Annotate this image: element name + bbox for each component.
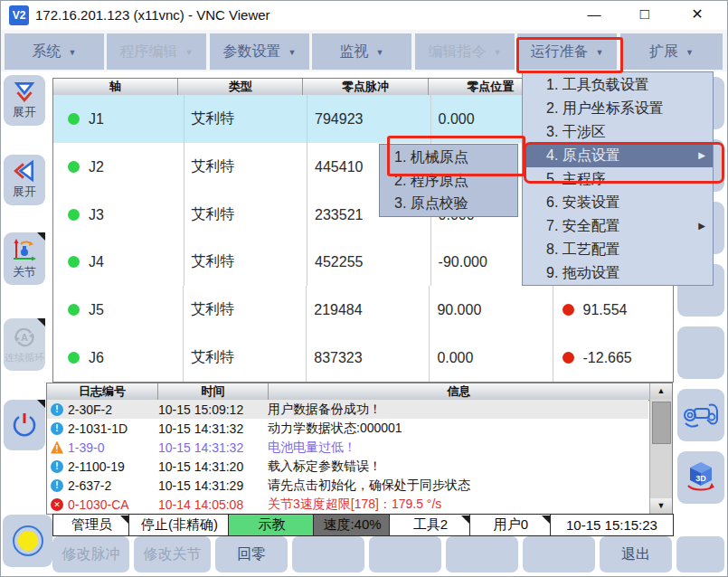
view-3d-button[interactable]: 3D [677,451,724,504]
power-button[interactable] [4,400,45,450]
svg-text:A: A [21,332,28,343]
log-message: 请先点击初始化，确保处于同步状态 [268,478,470,494]
continuous-loop-label: 连续循环 [5,351,44,364]
log-row[interactable]: ! 2-1100-19 10-15 14:31:20 载入标定参数错误！ [47,457,648,476]
scroll-up-button[interactable]: ▲ [650,383,672,399]
info-icon: ! [51,479,63,492]
bottom-blank-button-5 [676,536,724,572]
window-title: 172.16.201.123 (x11vnc) - VNC Viewer [35,1,270,30]
scroll-down-button[interactable]: ▼ [650,498,672,514]
menu-system[interactable]: 系统▼ [5,33,104,70]
exit-button[interactable]: 退出 [600,536,672,572]
log-time: 10-15 14:31:32 [158,440,268,455]
warning-icon: ! [51,441,63,454]
chevron-down-icon: ▼ [185,48,194,57]
log-id: 1-39-0 [68,440,158,455]
menu-item-safety-config[interactable]: 7. 安全配置 ▶ [523,214,713,238]
svg-text:3D: 3D [695,474,706,483]
chevron-down-icon: ▼ [288,48,297,57]
minimize-button[interactable]: — [573,1,615,30]
double-chevron-left-icon [13,160,36,182]
maximize-button[interactable]: □ [624,1,666,30]
exit-label: 退出 [621,545,650,564]
expand-left-button[interactable]: 展开 [4,155,45,205]
modify-joint-button: 修改关节 [134,536,211,572]
cube-3d-icon: 3D [682,459,720,497]
log-header: 日志编号 时间 信息 [47,383,672,401]
status-mode-teach[interactable]: 示教 [228,514,316,536]
menu-label: 程序编辑 [120,43,178,61]
zero-position: -90.000 [439,254,487,270]
log-id: 2-637-2 [68,478,158,493]
menu-parameter-settings[interactable]: 参数设置▼ [210,33,309,70]
user-frame-label: 用户0 [494,516,528,534]
menu-item-drag-settings[interactable]: 9. 拖动设置 [523,261,713,285]
log-id: 2-1100-19 [68,459,158,474]
axis-type: 艾利特 [192,157,235,176]
log-row[interactable]: ! 2-637-2 10-15 14:31:29 请先点击初始化，确保处于同步状… [47,476,648,495]
home-button[interactable]: 回零 [215,536,288,572]
log-message: 载入标定参数错误！ [268,459,382,475]
menu-item-tool-load[interactable]: 1. 工具负载设置 [523,73,713,97]
double-chevron-down-icon [13,80,36,102]
extra-value: -12.665 [583,350,632,366]
info-icon: ! [51,403,63,416]
log-row[interactable]: ! 2-30F-2 10-15 15:09:12 用户数据备份成功！ [47,400,648,419]
bottom-blank-button-3 [446,536,518,572]
status-speed[interactable]: 速度:40% [313,514,392,536]
axis-name: J3 [89,207,104,223]
status-tool[interactable]: 工具2 [389,514,472,536]
tool-label: 工具2 [413,516,448,534]
log-scrollbar[interactable]: ▲ ▼ [649,383,672,514]
servo-status-indicator[interactable] [3,515,52,567]
chevron-down-icon: ▼ [376,48,384,57]
col-log-message: 信息 [269,383,650,400]
axis-warn-dot [563,352,574,364]
status-run-state: 停止(非精确) [128,514,231,536]
col-type: 类型 [178,79,303,95]
menu-extension[interactable]: 扩展▼ [620,33,723,70]
menu-item-process-config[interactable]: 8. 工艺配置 [523,238,713,261]
menu-item-install-settings[interactable]: 6. 安装设置 [523,191,713,214]
bottom-blank-button-2 [369,536,441,572]
status-light-icon [11,524,45,558]
extra-value: 91.554 [583,302,628,318]
log-row[interactable]: ✕ 0-1030-CA 10-14 14:05:08 关节3速度超限[178]：… [47,495,648,514]
axis-type: 艾利特 [192,109,235,128]
expand-down-label: 展开 [13,104,36,120]
log-row[interactable]: ! 1-39-0 10-15 14:31:32 电池电量过低！ [47,438,648,457]
status-user-frame[interactable]: 用户0 [469,514,553,536]
pendant-controller-icon [682,400,720,430]
run-state-label: 停止(非精确) [141,516,218,534]
chevron-down-icon: ▼ [69,48,77,57]
scroll-thumb[interactable] [652,402,671,444]
col-log-time: 时间 [158,383,269,400]
chevron-down-icon: ▼ [494,48,502,57]
status-user-role[interactable]: 管理员 [52,514,131,536]
log-time: 10-15 14:31:20 [158,459,268,474]
menu-item-user-frame[interactable]: 2. 用户坐标系设置 [523,97,713,120]
side-tool-button-5[interactable] [677,326,724,379]
chevron-down-icon: ▼ [685,48,694,57]
corner-marker [37,318,45,326]
corner-marker [37,400,45,408]
zero-pulse: 219484 [314,302,362,318]
menu-monitor[interactable]: 监视▼ [312,33,411,70]
axis-ok-dot [68,161,80,173]
table-row-j5[interactable]: J5 艾利特 219484 90.000 91.554 [53,286,673,334]
menu-item-interference[interactable]: 3. 干涉区 [523,120,713,144]
log-row[interactable]: ! 2-1031-1D 10-15 14:31:32 动力学数据状态:00000… [47,419,648,438]
log-time: 10-14 14:05:08 [158,497,268,512]
log-message: 用户数据备份成功！ [268,402,382,418]
log-message: 关节3速度超限[178]：179.5 °/s [268,497,441,513]
submenu-item-origin-check[interactable]: 3. 原点校验 [380,192,517,215]
log-message: 动力学数据状态:000001 [268,421,402,437]
joint-mode-button[interactable]: 关节 [4,232,45,285]
teach-pendant-button[interactable] [677,389,724,441]
annotation-box-mechanical-origin [387,136,525,176]
close-button[interactable]: ✕ [676,1,718,30]
table-row-j6[interactable]: J6 艾利特 837323 0.000 -12.665 [53,334,673,382]
menu-label: 系统 [33,43,61,61]
axis-warn-dot [563,304,574,316]
expand-down-button[interactable]: 展开 [4,75,45,126]
